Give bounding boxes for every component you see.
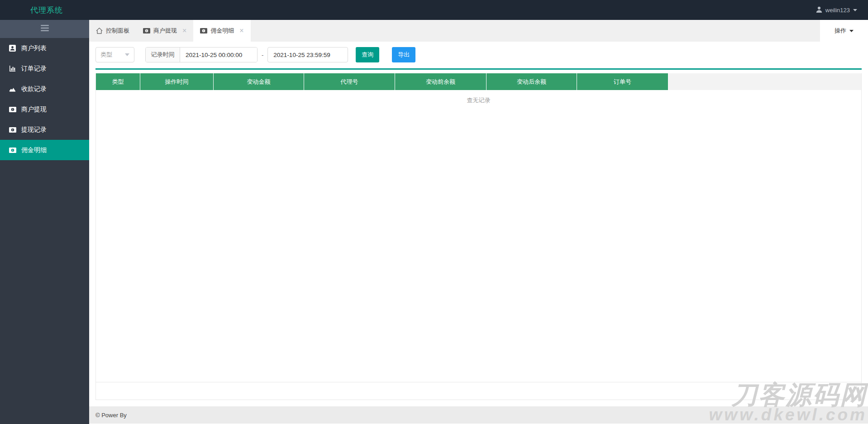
page-footer: © Power By xyxy=(89,406,868,424)
time-from-input[interactable] xyxy=(180,48,257,62)
time-range-group: 记录时间 xyxy=(145,47,258,62)
sidebar-item-label: 佣金明细 xyxy=(21,146,47,154)
user-menu[interactable]: weilin123 xyxy=(816,6,857,14)
tab-label: 商户提现 xyxy=(153,27,177,35)
home-icon xyxy=(96,28,103,34)
column-header: 订单号 xyxy=(577,73,668,90)
column-header: 变动后余额 xyxy=(486,73,577,90)
close-icon[interactable]: × xyxy=(182,27,186,34)
chevron-down-icon xyxy=(853,9,857,11)
sidebar: 商户列表订单记录收款记录商户提现提现记录佣金明细 xyxy=(0,20,89,424)
sidebar-item-1[interactable]: 商户列表 xyxy=(0,38,89,58)
tab-panel: 类型 记录时间 - 查询 导出 类型操作时间变动金额代理号变动前余额变动后余额订… xyxy=(89,42,868,400)
sidebar-toggle-button[interactable] xyxy=(0,20,89,38)
records-table: 类型操作时间变动金额代理号变动前余额变动后余额订单号 查无记录 xyxy=(95,73,862,400)
app-title: 代理系统 xyxy=(0,5,63,15)
sidebar-item-4[interactable]: 商户提现 xyxy=(0,99,89,119)
actions-dropdown-label: 操作 xyxy=(835,27,846,35)
chevron-down-icon xyxy=(125,53,129,56)
search-button[interactable]: 查询 xyxy=(356,47,379,62)
type-select[interactable]: 类型 xyxy=(95,47,134,62)
sidebar-item-label: 收款记录 xyxy=(21,85,47,93)
hamburger-icon xyxy=(41,25,49,33)
sidebar-nav: 商户列表订单记录收款记录商户提现提现记录佣金明细 xyxy=(0,38,89,160)
tab-2[interactable]: 商户提现× xyxy=(136,20,193,42)
tab-label: 控制面板 xyxy=(106,27,129,35)
table-pager xyxy=(96,382,861,400)
banknote-icon xyxy=(9,148,16,153)
range-separator: - xyxy=(262,52,263,58)
copyright-text: © Power By xyxy=(95,412,127,419)
sidebar-item-5[interactable]: 提现记录 xyxy=(0,119,89,140)
area-chart-icon xyxy=(9,86,16,92)
column-header: 代理号 xyxy=(304,73,395,90)
banknote-icon xyxy=(9,127,16,133)
sidebar-item-label: 商户列表 xyxy=(21,44,47,52)
filter-toolbar: 类型 记录时间 - 查询 导出 xyxy=(95,47,862,62)
table-header-row: 类型操作时间变动金额代理号变动前余额变动后余额订单号 xyxy=(96,73,861,90)
table-body: 查无记录 xyxy=(96,90,861,382)
sidebar-item-label: 商户提现 xyxy=(21,105,47,114)
main-area: 控制面板商户提现×佣金明细× 操作 类型 记录时间 - 查询 导出 xyxy=(89,20,868,424)
time-range-label: 记录时间 xyxy=(146,48,180,62)
column-header: 变动金额 xyxy=(214,73,304,90)
sidebar-item-2[interactable]: 订单记录 xyxy=(0,58,89,79)
actions-dropdown[interactable]: 操作 xyxy=(820,20,868,42)
username: weilin123 xyxy=(825,7,850,14)
chevron-down-icon xyxy=(849,30,854,32)
column-header: 变动前余额 xyxy=(395,73,486,90)
accent-divider xyxy=(95,68,862,70)
close-icon[interactable]: × xyxy=(239,27,243,34)
banknote-icon xyxy=(143,28,150,33)
sidebar-item-6[interactable]: 佣金明细 xyxy=(0,140,89,160)
bar-chart-icon xyxy=(9,65,16,72)
empty-state-text: 查无记录 xyxy=(96,90,861,105)
tabbar-spacer xyxy=(251,20,820,42)
user-icon xyxy=(816,6,822,14)
column-header: 类型 xyxy=(96,73,140,90)
type-select-value: 类型 xyxy=(100,51,112,59)
top-header: 代理系统 weilin123 xyxy=(0,0,868,20)
column-header-filler xyxy=(668,73,861,90)
tab-label: 佣金明细 xyxy=(210,27,234,35)
column-header: 操作时间 xyxy=(140,73,214,90)
banknote-icon xyxy=(9,107,16,112)
banknote-icon xyxy=(200,28,207,33)
export-button[interactable]: 导出 xyxy=(392,47,415,62)
sidebar-item-label: 提现记录 xyxy=(21,126,47,134)
tab-1[interactable]: 控制面板 xyxy=(89,20,136,42)
tab-3[interactable]: 佣金明细× xyxy=(193,20,250,42)
time-to-input[interactable] xyxy=(267,47,348,62)
tab-bar: 控制面板商户提现×佣金明细× 操作 xyxy=(89,20,868,42)
sidebar-item-label: 订单记录 xyxy=(21,65,47,73)
user-card-icon xyxy=(9,45,16,52)
sidebar-item-3[interactable]: 收款记录 xyxy=(0,79,89,99)
